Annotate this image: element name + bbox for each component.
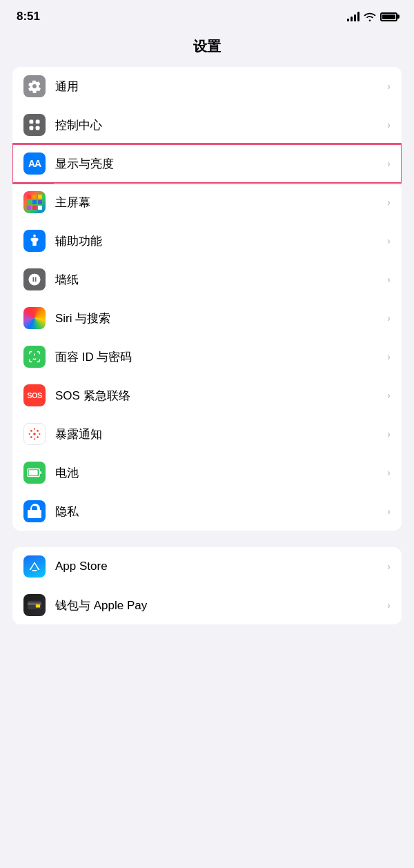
homescreen-chevron: › [387, 197, 391, 208]
display-label: 显示与亮度 [55, 156, 383, 172]
settings-row-homescreen[interactable]: 主屏幕 › [12, 183, 402, 221]
appstore-icon [23, 555, 46, 578]
settings-row-general[interactable]: 通用 › [12, 67, 402, 106]
svg-rect-3 [36, 126, 40, 130]
settings-row-siri[interactable]: Siri 与搜索 › [12, 299, 402, 337]
sos-label: SOS 紧急联络 [55, 388, 383, 404]
sos-chevron: › [387, 390, 391, 401]
homescreen-label: 主屏幕 [55, 195, 383, 210]
settings-group-1: 通用 › 控制中心 › AA 显示与亮度 › [12, 67, 402, 531]
settings-row-wallpaper[interactable]: 墙纸 › [12, 260, 402, 299]
page-title: 设置 [0, 29, 414, 67]
wallet-label: 钱包与 Apple Pay [55, 598, 383, 613]
faceid-chevron: › [387, 351, 391, 362]
accessibility-label: 辅助功能 [55, 233, 383, 249]
exposure-label: 暴露通知 [55, 426, 383, 442]
battery-label: 电池 [55, 465, 383, 481]
exposure-icon [23, 423, 46, 445]
status-icons [347, 12, 397, 21]
general-chevron: › [387, 81, 391, 92]
homescreen-icon [23, 191, 46, 213]
svg-point-7 [37, 430, 39, 432]
wallpaper-label: 墙纸 [55, 272, 383, 288]
svg-point-13 [34, 438, 35, 440]
status-bar: 8:51 [0, 0, 414, 29]
control-center-chevron: › [387, 119, 391, 130]
svg-point-10 [29, 433, 30, 435]
svg-point-9 [37, 436, 39, 438]
siri-chevron: › [387, 313, 391, 324]
signal-icon [347, 12, 359, 21]
privacy-icon [23, 500, 46, 522]
settings-row-accessibility[interactable]: 辅助功能 › [12, 221, 402, 260]
wallpaper-icon [23, 268, 46, 290]
battery-icon-row [23, 462, 46, 484]
wallet-chevron: › [387, 600, 391, 611]
settings-row-battery[interactable]: 电池 › [12, 453, 402, 492]
appstore-label: App Store [55, 560, 383, 573]
svg-rect-2 [30, 126, 34, 130]
settings-row-exposure[interactable]: 暴露通知 › [12, 415, 402, 453]
wifi-icon [364, 12, 376, 21]
display-icon: AA [23, 152, 46, 175]
svg-point-4 [33, 235, 36, 237]
battery-status-icon [380, 12, 397, 21]
svg-rect-16 [39, 471, 41, 474]
general-label: 通用 [55, 79, 383, 95]
privacy-label: 隐私 [55, 504, 383, 520]
privacy-chevron: › [387, 506, 391, 517]
exposure-chevron: › [387, 428, 391, 440]
svg-point-5 [33, 433, 36, 435]
status-time: 8:51 [17, 10, 40, 23]
settings-row-display[interactable]: AA 显示与亮度 › [12, 144, 402, 183]
settings-row-wallet[interactable]: 钱包与 Apple Pay › [12, 586, 402, 624]
svg-rect-15 [29, 470, 38, 475]
siri-icon [23, 307, 46, 329]
accessibility-chevron: › [387, 235, 391, 246]
control-center-label: 控制中心 [55, 117, 383, 133]
faceid-icon [23, 346, 46, 368]
svg-point-8 [30, 436, 32, 438]
svg-rect-0 [30, 120, 34, 124]
settings-group-2: App Store › 钱包与 Apple Pay › [12, 547, 402, 624]
display-chevron: › [387, 158, 391, 169]
siri-label: Siri 与搜索 [55, 310, 383, 326]
svg-rect-19 [36, 604, 40, 608]
general-icon [23, 75, 46, 97]
svg-point-12 [34, 428, 35, 430]
settings-row-sos[interactable]: SOS SOS 紧急联络 › [12, 376, 402, 415]
sos-icon: SOS [23, 384, 46, 406]
control-center-icon [23, 114, 46, 136]
svg-point-11 [39, 433, 40, 435]
svg-point-6 [30, 430, 32, 432]
settings-row-control-center[interactable]: 控制中心 › [12, 106, 402, 144]
appstore-chevron: › [387, 561, 391, 572]
wallet-icon [23, 594, 46, 616]
settings-row-faceid[interactable]: 面容 ID 与密码 › [12, 337, 402, 376]
faceid-label: 面容 ID 与密码 [55, 349, 383, 365]
settings-row-privacy[interactable]: 隐私 › [12, 492, 402, 531]
battery-chevron: › [387, 467, 391, 478]
accessibility-icon [23, 230, 46, 252]
svg-rect-1 [36, 120, 40, 124]
settings-row-appstore[interactable]: App Store › [12, 547, 402, 586]
wallpaper-chevron: › [387, 274, 391, 285]
